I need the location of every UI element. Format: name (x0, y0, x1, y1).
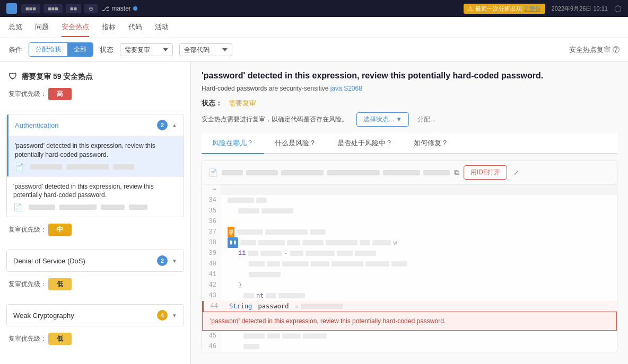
lc-35 (221, 206, 617, 216)
code-line-35: 35 (202, 206, 617, 216)
select-state-button[interactable]: 选择状态... ▼ (356, 112, 409, 127)
lc-36 (221, 216, 617, 227)
token-44-eq: = (291, 301, 298, 312)
assign-me-btn[interactable]: 分配给我 (29, 43, 67, 56)
assign-toggle[interactable]: 分配给我 全部 (29, 42, 93, 57)
blur-34a (228, 198, 254, 203)
lc-38: ▮▮ w (221, 237, 617, 248)
dos-count: 2 (157, 255, 168, 266)
status-select[interactable]: 需要复审 (120, 43, 173, 56)
branch-status-dot (133, 6, 137, 11)
category-weak-crypto: Weak Cryptography 4 ▼ (6, 304, 184, 326)
blur-38e (326, 240, 357, 245)
blur-37c (310, 229, 326, 235)
blur-39c (290, 251, 303, 256)
meta-blur-2a (29, 205, 55, 210)
blur-37b (265, 229, 308, 235)
tab-fix[interactable]: 如何修复？ (403, 133, 459, 154)
tab-what-risk[interactable]: 什么是风险？ (264, 133, 327, 154)
blur-40d (311, 261, 329, 267)
lc-46 (221, 341, 617, 352)
lc-45 (221, 331, 617, 341)
ln-45: 45 (202, 331, 221, 341)
issue-link[interactable]: java:S2068 (330, 85, 362, 92)
blur-39a (248, 251, 258, 256)
file-icon: 📄 (208, 168, 217, 177)
status-desc: 安全热点需要进行复审，以确定代码是否存在风险。 (202, 115, 348, 124)
expand-icon[interactable]: ⬡ (614, 4, 622, 14)
code-line-46: 46 (202, 341, 617, 352)
tab-metrics[interactable]: 指标 (102, 18, 116, 37)
blur-38f (360, 240, 370, 245)
sidebar: 🛡 需要复审 59 安全热点 复审优先级： 高 Authentication 2… (0, 61, 191, 364)
tab-code[interactable]: 代码 (128, 18, 142, 37)
token-38-w: w (393, 237, 397, 248)
weak-crypto-chevron: ▼ (172, 313, 177, 318)
meta-blur-2b (59, 205, 97, 210)
tab-hotspots[interactable]: 安全热点 (62, 18, 89, 37)
priority-high-label: 复审优先级： 高 (8, 88, 182, 104)
blur-40b (267, 261, 280, 267)
blur-41a (249, 272, 281, 277)
priority-medium-label: 复审优先级： 中 (8, 224, 182, 240)
lc-42: } (221, 280, 617, 290)
lc-34 (221, 195, 617, 206)
blur-39d (306, 251, 335, 256)
assign-all-btn[interactable]: 全部 (67, 43, 93, 56)
dos-header[interactable]: Denial of Service (DoS) 2 ▼ (7, 250, 184, 271)
hotspot-title-1: 'password' detected in this expression, … (15, 141, 177, 159)
alert-text: 最近一次分析出现 (475, 5, 522, 13)
scope-select[interactable]: 全部代码 (179, 43, 232, 56)
hotspot-meta-2: 📄 (13, 203, 177, 211)
tab-activity[interactable]: 活动 (155, 18, 169, 37)
blur-43a (243, 293, 254, 298)
hotspot-item-1[interactable]: 'password' detected in this expression, … (7, 136, 184, 176)
path-blur-5 (383, 170, 420, 175)
ln-46: 46 (202, 341, 221, 352)
meta-blur-1b (66, 164, 109, 170)
blur-46a (243, 344, 259, 349)
code-body: ⋯ 34 35 (202, 184, 617, 352)
collapse-icon[interactable]: ⤢ (513, 168, 519, 176)
weak-crypto-name: Weak Cryptography (13, 312, 153, 319)
alert-badge[interactable]: ⚠ 最近一次分析出现 2 警告 (464, 4, 545, 14)
copy-icon[interactable]: ⧉ (454, 168, 459, 177)
code-line-45: 45 (202, 331, 617, 341)
alert-count[interactable]: 2 警告 (524, 5, 540, 13)
ln-41: 41 (202, 269, 221, 280)
branch-name: master (111, 5, 131, 12)
code-expand-control[interactable]: ⋯ (202, 184, 617, 195)
tab-where-risk[interactable]: 风险在哪儿？ (202, 133, 264, 154)
blur-38d (302, 240, 324, 245)
tab-overview[interactable]: 总览 (8, 18, 22, 37)
expand-line-content (221, 184, 617, 195)
tab-issues[interactable]: 问题 (35, 18, 49, 37)
shield-icon: 🛡 (8, 72, 17, 82)
ln-35: 35 (202, 206, 221, 216)
lc-44: String password = (223, 301, 617, 312)
weak-crypto-count: 4 (157, 310, 168, 321)
open-ide-button[interactable]: 用IDE打开 (464, 165, 507, 180)
ln-34: 34 (202, 195, 221, 206)
blur-44a (301, 304, 343, 309)
code-line-37: 37 @ (202, 227, 617, 237)
branch-selector[interactable]: ⎇ master (102, 5, 137, 12)
dos-chevron: ▼ (172, 258, 177, 264)
code-line-42: 42 } (202, 280, 617, 290)
code-line-44: 44 String password = (202, 301, 617, 312)
warning-icon: ⚠ (468, 5, 473, 12)
code-line-39: 39 ii - (202, 248, 617, 259)
tab-in-risk[interactable]: 是否处于风险中？ (327, 133, 403, 154)
meta-blur-2c (101, 205, 125, 210)
authentication-header[interactable]: Authentication 2 ▲ (7, 114, 184, 136)
code-line-41: 41 (202, 269, 617, 280)
lc-41 (221, 269, 617, 280)
token-44-var: password (254, 301, 289, 312)
weak-crypto-header[interactable]: Weak Cryptography 4 ▼ (7, 305, 184, 326)
meta-blur-1a (30, 164, 62, 170)
hotspot-item-2[interactable]: 'password' detected in this expression, … (7, 176, 184, 217)
path-blur-2 (246, 170, 278, 175)
blur-43b (266, 293, 276, 298)
token-42-brace: } (238, 280, 242, 290)
authentication-chevron: ▲ (172, 122, 177, 128)
